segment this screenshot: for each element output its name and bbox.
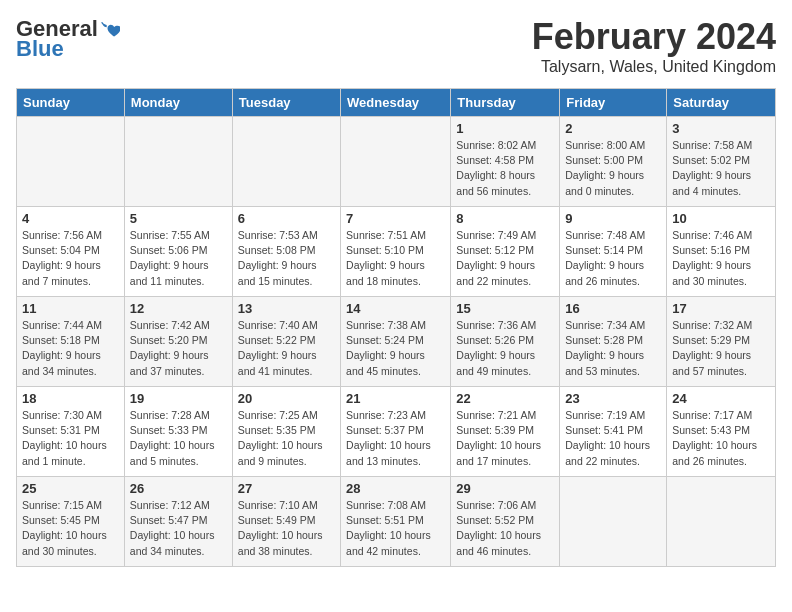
day-info: Sunrise: 7:17 AM Sunset: 5:43 PM Dayligh… <box>672 408 770 469</box>
day-info: Sunrise: 7:56 AM Sunset: 5:04 PM Dayligh… <box>22 228 119 289</box>
day-number: 21 <box>346 391 445 406</box>
col-header-wednesday: Wednesday <box>341 89 451 117</box>
day-info: Sunrise: 7:48 AM Sunset: 5:14 PM Dayligh… <box>565 228 661 289</box>
calendar-cell: 29Sunrise: 7:06 AM Sunset: 5:52 PM Dayli… <box>451 477 560 567</box>
calendar-cell: 8Sunrise: 7:49 AM Sunset: 5:12 PM Daylig… <box>451 207 560 297</box>
calendar-cell: 25Sunrise: 7:15 AM Sunset: 5:45 PM Dayli… <box>17 477 125 567</box>
day-number: 28 <box>346 481 445 496</box>
day-info: Sunrise: 7:21 AM Sunset: 5:39 PM Dayligh… <box>456 408 554 469</box>
day-number: 11 <box>22 301 119 316</box>
day-info: Sunrise: 7:44 AM Sunset: 5:18 PM Dayligh… <box>22 318 119 379</box>
day-number: 29 <box>456 481 554 496</box>
calendar-cell <box>667 477 776 567</box>
calendar-cell <box>124 117 232 207</box>
calendar-cell <box>17 117 125 207</box>
day-number: 24 <box>672 391 770 406</box>
calendar-cell: 24Sunrise: 7:17 AM Sunset: 5:43 PM Dayli… <box>667 387 776 477</box>
calendar-cell: 6Sunrise: 7:53 AM Sunset: 5:08 PM Daylig… <box>232 207 340 297</box>
header: General Blue February 2024 Talysarn, Wal… <box>16 16 776 76</box>
col-header-sunday: Sunday <box>17 89 125 117</box>
day-info: Sunrise: 7:30 AM Sunset: 5:31 PM Dayligh… <box>22 408 119 469</box>
day-number: 10 <box>672 211 770 226</box>
day-number: 26 <box>130 481 227 496</box>
calendar-cell: 1Sunrise: 8:02 AM Sunset: 4:58 PM Daylig… <box>451 117 560 207</box>
day-number: 3 <box>672 121 770 136</box>
day-number: 5 <box>130 211 227 226</box>
calendar-cell: 26Sunrise: 7:12 AM Sunset: 5:47 PM Dayli… <box>124 477 232 567</box>
calendar-cell: 17Sunrise: 7:32 AM Sunset: 5:29 PM Dayli… <box>667 297 776 387</box>
day-info: Sunrise: 7:28 AM Sunset: 5:33 PM Dayligh… <box>130 408 227 469</box>
calendar-cell <box>341 117 451 207</box>
day-number: 18 <box>22 391 119 406</box>
day-info: Sunrise: 7:42 AM Sunset: 5:20 PM Dayligh… <box>130 318 227 379</box>
day-number: 12 <box>130 301 227 316</box>
calendar-cell: 15Sunrise: 7:36 AM Sunset: 5:26 PM Dayli… <box>451 297 560 387</box>
col-header-saturday: Saturday <box>667 89 776 117</box>
day-info: Sunrise: 7:19 AM Sunset: 5:41 PM Dayligh… <box>565 408 661 469</box>
day-number: 13 <box>238 301 335 316</box>
day-info: Sunrise: 7:15 AM Sunset: 5:45 PM Dayligh… <box>22 498 119 559</box>
day-info: Sunrise: 7:32 AM Sunset: 5:29 PM Dayligh… <box>672 318 770 379</box>
day-number: 9 <box>565 211 661 226</box>
day-info: Sunrise: 7:46 AM Sunset: 5:16 PM Dayligh… <box>672 228 770 289</box>
day-info: Sunrise: 7:58 AM Sunset: 5:02 PM Dayligh… <box>672 138 770 199</box>
day-number: 4 <box>22 211 119 226</box>
day-number: 20 <box>238 391 335 406</box>
day-info: Sunrise: 8:02 AM Sunset: 4:58 PM Dayligh… <box>456 138 554 199</box>
day-info: Sunrise: 7:38 AM Sunset: 5:24 PM Dayligh… <box>346 318 445 379</box>
calendar-cell: 23Sunrise: 7:19 AM Sunset: 5:41 PM Dayli… <box>560 387 667 477</box>
day-number: 15 <box>456 301 554 316</box>
day-number: 27 <box>238 481 335 496</box>
day-info: Sunrise: 7:23 AM Sunset: 5:37 PM Dayligh… <box>346 408 445 469</box>
month-year-title: February 2024 <box>532 16 776 58</box>
calendar-cell: 16Sunrise: 7:34 AM Sunset: 5:28 PM Dayli… <box>560 297 667 387</box>
calendar-week-5: 25Sunrise: 7:15 AM Sunset: 5:45 PM Dayli… <box>17 477 776 567</box>
calendar-cell <box>232 117 340 207</box>
calendar-cell: 12Sunrise: 7:42 AM Sunset: 5:20 PM Dayli… <box>124 297 232 387</box>
day-number: 8 <box>456 211 554 226</box>
calendar-cell <box>560 477 667 567</box>
day-info: Sunrise: 7:40 AM Sunset: 5:22 PM Dayligh… <box>238 318 335 379</box>
day-info: Sunrise: 7:51 AM Sunset: 5:10 PM Dayligh… <box>346 228 445 289</box>
day-number: 25 <box>22 481 119 496</box>
col-header-friday: Friday <box>560 89 667 117</box>
location-subtitle: Talysarn, Wales, United Kingdom <box>532 58 776 76</box>
day-info: Sunrise: 7:53 AM Sunset: 5:08 PM Dayligh… <box>238 228 335 289</box>
day-info: Sunrise: 7:36 AM Sunset: 5:26 PM Dayligh… <box>456 318 554 379</box>
day-info: Sunrise: 7:06 AM Sunset: 5:52 PM Dayligh… <box>456 498 554 559</box>
day-info: Sunrise: 8:00 AM Sunset: 5:00 PM Dayligh… <box>565 138 661 199</box>
calendar-cell: 22Sunrise: 7:21 AM Sunset: 5:39 PM Dayli… <box>451 387 560 477</box>
calendar-cell: 27Sunrise: 7:10 AM Sunset: 5:49 PM Dayli… <box>232 477 340 567</box>
day-number: 1 <box>456 121 554 136</box>
calendar-week-2: 4Sunrise: 7:56 AM Sunset: 5:04 PM Daylig… <box>17 207 776 297</box>
day-info: Sunrise: 7:55 AM Sunset: 5:06 PM Dayligh… <box>130 228 227 289</box>
calendar-cell: 11Sunrise: 7:44 AM Sunset: 5:18 PM Dayli… <box>17 297 125 387</box>
logo: General Blue <box>16 16 120 62</box>
calendar-cell: 3Sunrise: 7:58 AM Sunset: 5:02 PM Daylig… <box>667 117 776 207</box>
day-number: 6 <box>238 211 335 226</box>
day-info: Sunrise: 7:08 AM Sunset: 5:51 PM Dayligh… <box>346 498 445 559</box>
logo-blue-text: Blue <box>16 36 64 62</box>
col-header-thursday: Thursday <box>451 89 560 117</box>
calendar-week-3: 11Sunrise: 7:44 AM Sunset: 5:18 PM Dayli… <box>17 297 776 387</box>
col-header-monday: Monday <box>124 89 232 117</box>
calendar-cell: 13Sunrise: 7:40 AM Sunset: 5:22 PM Dayli… <box>232 297 340 387</box>
day-info: Sunrise: 7:49 AM Sunset: 5:12 PM Dayligh… <box>456 228 554 289</box>
day-number: 19 <box>130 391 227 406</box>
day-info: Sunrise: 7:10 AM Sunset: 5:49 PM Dayligh… <box>238 498 335 559</box>
calendar-cell: 21Sunrise: 7:23 AM Sunset: 5:37 PM Dayli… <box>341 387 451 477</box>
calendar-week-1: 1Sunrise: 8:02 AM Sunset: 4:58 PM Daylig… <box>17 117 776 207</box>
calendar-cell: 19Sunrise: 7:28 AM Sunset: 5:33 PM Dayli… <box>124 387 232 477</box>
calendar-cell: 18Sunrise: 7:30 AM Sunset: 5:31 PM Dayli… <box>17 387 125 477</box>
logo-bird-icon <box>100 19 120 39</box>
day-number: 7 <box>346 211 445 226</box>
day-number: 17 <box>672 301 770 316</box>
day-info: Sunrise: 7:12 AM Sunset: 5:47 PM Dayligh… <box>130 498 227 559</box>
calendar-cell: 10Sunrise: 7:46 AM Sunset: 5:16 PM Dayli… <box>667 207 776 297</box>
day-info: Sunrise: 7:25 AM Sunset: 5:35 PM Dayligh… <box>238 408 335 469</box>
calendar-cell: 9Sunrise: 7:48 AM Sunset: 5:14 PM Daylig… <box>560 207 667 297</box>
day-info: Sunrise: 7:34 AM Sunset: 5:28 PM Dayligh… <box>565 318 661 379</box>
title-block: February 2024 Talysarn, Wales, United Ki… <box>532 16 776 76</box>
calendar-cell: 14Sunrise: 7:38 AM Sunset: 5:24 PM Dayli… <box>341 297 451 387</box>
calendar-cell: 4Sunrise: 7:56 AM Sunset: 5:04 PM Daylig… <box>17 207 125 297</box>
